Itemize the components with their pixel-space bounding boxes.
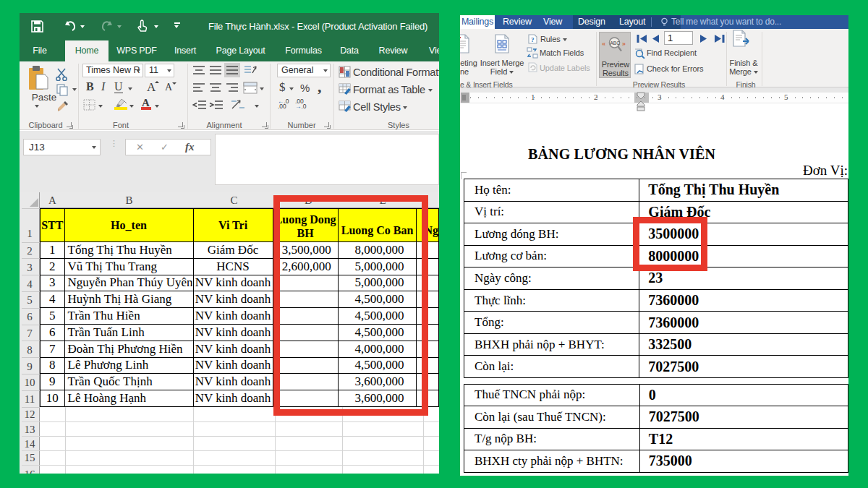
- svg-text:?: ?: [531, 36, 535, 43]
- svg-text:ABC: ABC: [610, 40, 621, 46]
- svg-text:«: «: [602, 39, 605, 47]
- svg-text:»: »: [622, 39, 626, 47]
